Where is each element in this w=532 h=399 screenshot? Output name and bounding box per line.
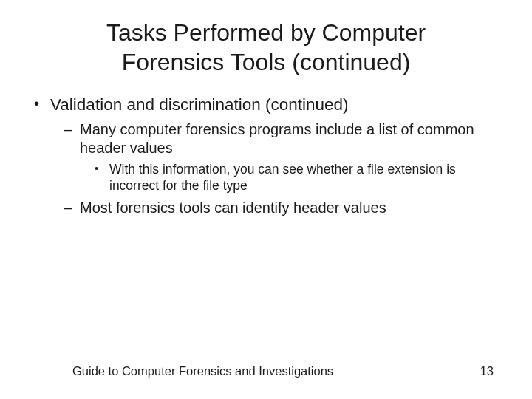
footer-text: Guide to Computer Forensics and Investig… [72, 364, 333, 378]
title-line-1: Tasks Performed by Computer [106, 19, 426, 46]
slide-footer: Guide to Computer Forensics and Investig… [0, 364, 532, 378]
bullet-text: With this information, you can see wheth… [109, 162, 456, 193]
slide: Tasks Performed by Computer Forensics To… [0, 0, 532, 399]
title-line-2: Forensics Tools (continued) [122, 49, 411, 75]
bullet-list: Validation and discrimination (continued… [30, 95, 502, 217]
bullet-subsublist: With this information, you can see wheth… [80, 161, 502, 194]
bullet-lvl3: With this information, you can see wheth… [80, 161, 502, 194]
bullet-text: Many computer forensics programs include… [80, 121, 474, 157]
bullet-text: Most forensics tools can identify header… [80, 200, 386, 216]
bullet-lvl2: Many computer forensics programs include… [50, 120, 502, 194]
bullet-lvl1: Validation and discrimination (continued… [30, 95, 502, 217]
bullet-text: Validation and discrimination (continued… [50, 95, 349, 114]
bullet-sublist: Many computer forensics programs include… [50, 120, 502, 218]
bullet-lvl2: Most forensics tools can identify header… [50, 199, 502, 218]
slide-title: Tasks Performed by Computer Forensics To… [0, 0, 532, 77]
slide-content: Validation and discrimination (continued… [0, 77, 532, 217]
page-number: 13 [480, 364, 494, 378]
